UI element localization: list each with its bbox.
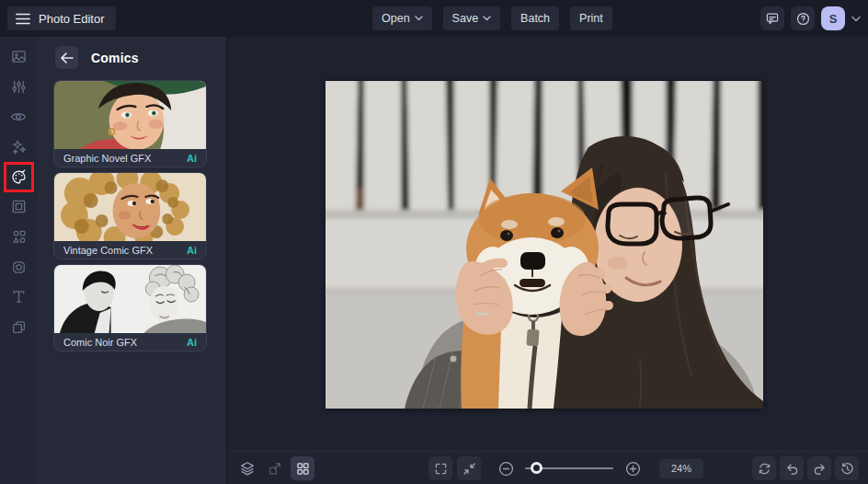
sliders-icon: [10, 78, 28, 96]
rail-item-frames[interactable]: [0, 191, 37, 222]
canvas-image[interactable]: [326, 81, 763, 409]
app-menu-button[interactable]: Photo Editor: [7, 6, 116, 30]
zoom-slider-handle[interactable]: [531, 462, 542, 474]
refresh-icon: [757, 461, 772, 477]
statusbar: 24%: [228, 451, 868, 484]
rail-item-overlays[interactable]: [0, 312, 37, 342]
transform-button[interactable]: [263, 456, 287, 480]
batch-button[interactable]: Batch: [511, 6, 559, 30]
fit-screen-button[interactable]: [457, 456, 481, 480]
back-button[interactable]: [55, 46, 78, 69]
history-button[interactable]: [835, 456, 859, 480]
sparkles-icon: [10, 138, 28, 156]
active-tool-highlight: [4, 162, 34, 192]
statusbar-left: [235, 456, 314, 480]
text-icon: [10, 288, 28, 305]
rail-item-touchup[interactable]: [0, 101, 37, 132]
save-button[interactable]: Save: [443, 6, 501, 30]
feedback-icon: [765, 11, 780, 26]
zoom-out-icon: [497, 460, 515, 478]
eye-icon: [9, 108, 28, 126]
rail-item-edit[interactable]: [0, 41, 37, 72]
zoom-slider[interactable]: [525, 456, 613, 480]
card-label: Vintage Comic GFX: [63, 245, 153, 256]
user-avatar[interactable]: S: [821, 6, 845, 30]
layers-button[interactable]: [235, 456, 259, 480]
card-list: Graphic Novel GFX Ai: [37, 76, 226, 351]
redo-button[interactable]: [807, 456, 831, 480]
layers-icon: [239, 460, 256, 477]
print-button[interactable]: Print: [570, 6, 612, 30]
zoom-in-button[interactable]: [621, 456, 645, 480]
help-button[interactable]: [791, 6, 815, 30]
card-footer: Vintage Comic GFX Ai: [54, 241, 206, 259]
card-label: Comic Noir GFX: [63, 337, 137, 348]
help-icon: [795, 11, 811, 27]
shapes-icon: [10, 228, 28, 246]
card-thumbnail: [54, 173, 206, 241]
fit-screen-icon: [462, 461, 477, 477]
overlays-icon: [10, 318, 28, 336]
rail-item-artsy[interactable]: [0, 162, 37, 192]
grid-view-icon: [295, 461, 311, 477]
rail-item-textures[interactable]: [0, 252, 37, 282]
zoom-in-icon: [624, 460, 642, 478]
card-footer: Comic Noir GFX Ai: [54, 333, 206, 351]
ai-badge: Ai: [187, 153, 197, 164]
ornament-frame-icon: [10, 259, 28, 276]
card-comic-noir-gfx[interactable]: Comic Noir GFX Ai: [53, 264, 207, 351]
grid-view-button[interactable]: [291, 456, 314, 480]
image-icon: [10, 48, 28, 65]
card-graphic-novel-gfx[interactable]: Graphic Novel GFX Ai: [53, 80, 207, 167]
panel-title: Comics: [91, 51, 139, 65]
open-button[interactable]: Open: [372, 6, 432, 30]
topbar-actions: Open Save Batch Print: [372, 6, 612, 30]
statusbar-right: [752, 456, 859, 480]
refresh-button[interactable]: [752, 456, 776, 480]
hamburger-icon: [16, 13, 30, 25]
comics-panel: Comics: [37, 37, 227, 484]
tool-rail: [0, 37, 37, 484]
fullscreen-button[interactable]: [428, 456, 452, 480]
chevron-down-icon: [483, 16, 491, 21]
topbar-right: S: [760, 6, 861, 30]
card-footer: Graphic Novel GFX Ai: [54, 149, 206, 167]
feedback-button[interactable]: [760, 6, 784, 30]
ai-badge: Ai: [187, 337, 197, 348]
chevron-down-icon: [851, 16, 861, 22]
arrow-left-icon: [61, 52, 74, 63]
undo-icon: [784, 461, 800, 477]
frame-icon: [10, 198, 28, 215]
rail-item-adjust[interactable]: [0, 72, 37, 102]
workspace: [228, 37, 868, 451]
redo-icon: [812, 461, 828, 477]
history-icon: [839, 461, 855, 477]
undo-button[interactable]: [780, 456, 804, 480]
fullscreen-icon: [433, 461, 449, 477]
app-title: Photo Editor: [39, 12, 105, 26]
user-menu-chevron[interactable]: [851, 16, 861, 22]
rail-item-effects[interactable]: [0, 132, 37, 162]
transform-icon: [267, 460, 283, 477]
topbar: Photo Editor Open Save Batch Print S: [0, 0, 868, 37]
zoom-slider-track[interactable]: [525, 467, 613, 469]
ai-badge: Ai: [187, 245, 197, 256]
chevron-down-icon: [415, 16, 423, 21]
card-thumbnail: [54, 265, 206, 333]
panel-header: Comics: [37, 37, 226, 76]
statusbar-center: 24%: [428, 456, 703, 480]
card-thumbnail: [54, 81, 206, 149]
card-label: Graphic Novel GFX: [63, 153, 151, 164]
palette-icon: [10, 168, 28, 186]
card-vintage-comic-gfx[interactable]: Vintage Comic GFX Ai: [53, 172, 207, 259]
rail-item-text[interactable]: [0, 282, 37, 313]
zoom-out-button[interactable]: [494, 456, 518, 480]
zoom-level: 24%: [659, 459, 703, 478]
rail-item-graphics[interactable]: [0, 222, 37, 252]
